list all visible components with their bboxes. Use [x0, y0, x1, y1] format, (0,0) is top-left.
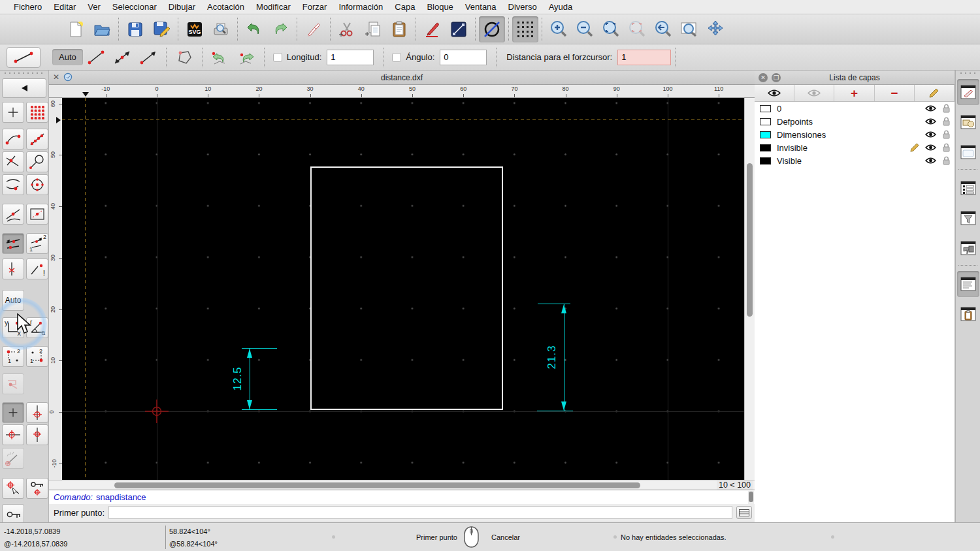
snap-endpoints-button[interactable]	[2, 129, 24, 150]
toggle-block-widget-button[interactable]	[957, 235, 979, 261]
menu-seleccionar[interactable]: Seleccionar	[106, 2, 163, 12]
zoom-redraw-button[interactable]	[650, 16, 676, 42]
export-svg-button[interactable]: SVG	[182, 16, 208, 42]
layer-visibility-icon[interactable]	[925, 157, 936, 165]
dock-drag-handle[interactable]	[960, 72, 976, 77]
menu-ventana[interactable]: Ventana	[459, 2, 502, 12]
line-two-points-button[interactable]	[83, 47, 109, 68]
redo-segment-button[interactable]	[233, 47, 259, 68]
menu-fichero[interactable]: Fichero	[8, 2, 48, 12]
lock-relative-zero-button[interactable]	[26, 478, 48, 499]
line-attributes-button[interactable]	[446, 16, 472, 42]
current-tool-indicator[interactable]	[7, 47, 41, 68]
undo-button[interactable]	[241, 16, 267, 42]
absolute-points-button[interactable]: 1 2	[2, 346, 24, 367]
grid-toggle-button[interactable]	[512, 16, 538, 42]
ortho-both-button[interactable]	[26, 402, 48, 423]
line-one-direction-button[interactable]	[135, 47, 161, 68]
snap-middle-button[interactable]	[2, 204, 24, 225]
vertical-scrollbar[interactable]	[744, 98, 755, 480]
rectangle-entity[interactable]	[310, 166, 503, 410]
layer-row-invisible[interactable]: Invisible	[755, 141, 955, 154]
horizontal-scrollbar-thumb[interactable]	[114, 482, 640, 488]
draft-mode-button[interactable]	[479, 16, 505, 42]
redo-button[interactable]	[267, 16, 293, 42]
edit-layer-button[interactable]	[915, 85, 955, 101]
menu-acotacion[interactable]: Acotación	[201, 2, 250, 12]
layer-lock-icon[interactable]	[942, 143, 951, 152]
menu-ver[interactable]: Ver	[82, 2, 106, 12]
layer-panel-close-button[interactable]: ✕	[759, 73, 768, 82]
restrict-nothing-button[interactable]: !	[26, 259, 48, 279]
snap-free-button[interactable]	[2, 102, 24, 123]
restrict-angle-button[interactable]	[2, 448, 24, 469]
layer-row-defpoints[interactable]: Defpoints	[755, 115, 955, 128]
angulo-checkbox[interactable]	[392, 53, 401, 62]
angulo-input[interactable]	[440, 50, 487, 65]
layer-lock-icon[interactable]	[942, 117, 951, 126]
layer-row-0[interactable]: 0	[755, 102, 955, 115]
menu-diverso[interactable]: Diverso	[502, 2, 543, 12]
undo-segment-button[interactable]	[207, 47, 233, 68]
pen-edit-button[interactable]	[419, 16, 446, 42]
horizontal-scrollbar[interactable]	[62, 480, 721, 490]
layer-visibility-icon[interactable]	[925, 104, 936, 112]
snap-distance-input[interactable]	[617, 50, 671, 65]
toggle-clipboard-widget-button[interactable]	[957, 301, 979, 327]
snap-middle-manual-button[interactable]: 2 1	[26, 233, 48, 254]
longitud-input[interactable]	[327, 50, 374, 65]
zoom-previous-button[interactable]	[624, 16, 650, 42]
menu-forzar[interactable]: Forzar	[297, 2, 333, 12]
polyline-option-button[interactable]	[2, 373, 24, 394]
snap-intersection-manual-button[interactable]	[2, 233, 24, 254]
layer-color-swatch[interactable]	[760, 105, 771, 112]
ortho-vertical-button[interactable]	[26, 424, 48, 445]
close-polyline-button[interactable]	[171, 47, 197, 68]
menu-editar[interactable]: Editar	[48, 2, 82, 12]
toggle-command-widget-button[interactable]	[957, 271, 979, 297]
toggle-layer-filter-button[interactable]	[957, 205, 979, 231]
snap-intersection-button[interactable]	[2, 151, 24, 172]
layer-visibility-icon[interactable]	[925, 131, 936, 138]
line-both-directions-button[interactable]	[109, 47, 135, 68]
print-preview-button[interactable]	[208, 16, 234, 42]
menu-dibujar[interactable]: Dibujar	[163, 2, 201, 12]
layer-lock-icon[interactable]	[942, 156, 951, 165]
layer-visibility-icon[interactable]	[925, 118, 936, 125]
restrict-vertical-button[interactable]	[2, 259, 24, 279]
copy-button[interactable]	[360, 16, 386, 42]
remove-layer-button[interactable]: −	[875, 85, 915, 101]
toggle-layer-list-button[interactable]	[957, 175, 979, 201]
document-close-button[interactable]: ✕	[53, 72, 59, 82]
layer-color-swatch[interactable]	[760, 157, 771, 165]
add-layer-button[interactable]: +	[834, 85, 874, 101]
layer-color-swatch[interactable]	[760, 118, 771, 125]
sidebar-drag-handle[interactable]	[4, 72, 44, 77]
snap-back-button[interactable]	[2, 78, 46, 98]
paste-button[interactable]	[386, 16, 412, 42]
save-as-button[interactable]	[148, 16, 174, 42]
command-history-scrollbar[interactable]	[748, 491, 754, 504]
zoom-window-button[interactable]	[676, 16, 702, 42]
relative-points-button[interactable]: 1 2	[26, 346, 48, 367]
cut-button[interactable]	[334, 16, 360, 42]
ortho-off-button[interactable]	[2, 402, 24, 423]
layer-color-swatch[interactable]	[760, 144, 771, 151]
snap-tangent-button[interactable]	[26, 151, 48, 172]
command-history-scrollbar-thumb[interactable]	[749, 492, 753, 502]
layer-row-visible[interactable]: Visible	[755, 154, 955, 167]
show-all-layers-button[interactable]	[755, 85, 794, 101]
toggle-coordinate-widget-button[interactable]	[957, 139, 979, 165]
layer-lock-icon[interactable]	[942, 130, 951, 139]
command-input[interactable]	[108, 506, 732, 519]
zoom-pan-button[interactable]	[702, 16, 728, 42]
snap-center-button[interactable]	[26, 174, 48, 195]
layer-row-dimensiones[interactable]: Dimensiones	[755, 128, 955, 141]
menu-informacion[interactable]: Información	[333, 2, 389, 12]
zoom-auto-button[interactable]	[598, 16, 624, 42]
ortho-horizontal-button[interactable]	[2, 424, 24, 445]
longitud-checkbox[interactable]	[273, 53, 282, 62]
menu-bloque[interactable]: Bloque	[421, 2, 459, 12]
layer-color-swatch[interactable]	[760, 131, 771, 138]
snap-auto-dropdown[interactable]: Auto	[52, 49, 83, 65]
